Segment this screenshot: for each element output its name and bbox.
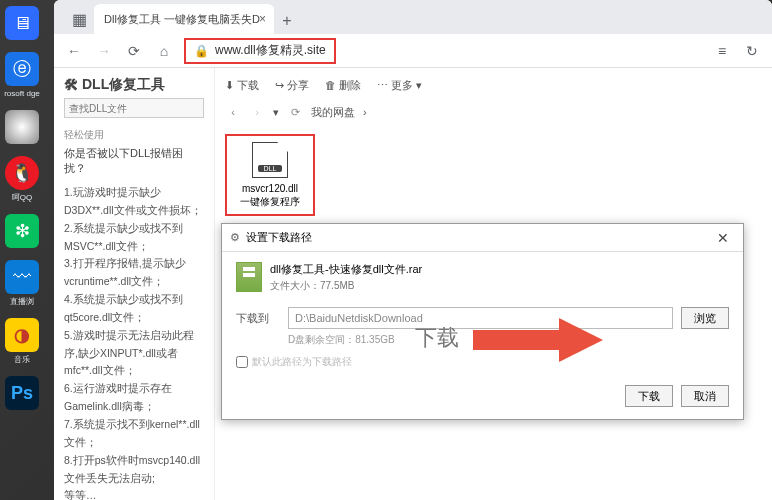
dialog-file-info: dll修复工具-快速修复dll文件.rar 文件大小：77.5MB xyxy=(236,262,729,293)
dialog-body: dll修复工具-快速修复dll文件.rar 文件大小：77.5MB 下载到 浏览… xyxy=(222,252,743,419)
toolbar-delete[interactable]: 🗑删除 xyxy=(325,78,361,93)
gear-icon: ⚙ xyxy=(230,231,240,244)
toolbar-download[interactable]: ⬇下载 xyxy=(225,78,259,93)
back-button[interactable]: ← xyxy=(64,41,84,61)
desktop-icon-browser[interactable]: 〰 xyxy=(5,260,39,294)
list-item: 8.打开ps软件时msvcp140.dll文件丢失无法启动; xyxy=(64,452,204,488)
list-item: 等等… xyxy=(64,487,204,500)
tab-home-icon[interactable]: ▦ xyxy=(64,4,94,34)
download-button[interactable]: 下载 xyxy=(625,385,673,407)
more-icon: ⋯ xyxy=(377,79,388,92)
url-text: www.dll修复精灵.site xyxy=(215,42,326,59)
breadcrumb: ‹ › ▾ ⟳ 我的网盘 › xyxy=(225,102,762,122)
bc-back[interactable]: ‹ xyxy=(225,106,241,118)
browser-addressbar: ← → ⟳ ⌂ 🔒 www.dll修复精灵.site ≡ ↻ xyxy=(54,34,772,68)
desktop-icon-wechat[interactable]: ❇ xyxy=(5,214,39,248)
free-space-hint: D盘剩余空间：81.35GB xyxy=(288,333,729,347)
list-item: 6.运行游戏时提示存在Gamelink.dll病毒； xyxy=(64,380,204,416)
list-item: 7.系统提示找不到kernel**.dll文件； xyxy=(64,416,204,452)
desktop-icon-computer[interactable]: 🖥 xyxy=(5,6,39,40)
list-item: 1.玩游戏时提示缺少D3DX**.dll文件或文件损坏； xyxy=(64,184,204,220)
bc-refresh[interactable]: ⟳ xyxy=(287,106,303,119)
desktop-icon-photoshop[interactable]: Ps xyxy=(5,376,39,410)
desktop-icon-music-label: 音乐 xyxy=(14,356,30,364)
file-card[interactable]: msvcr120.dll 一键修复程序 xyxy=(225,134,315,216)
browser-tab-title: Dll修复工具 一键修复电脑丢失D xyxy=(104,12,260,27)
panel-title-text: DLL修复工具 xyxy=(82,76,165,94)
dialog-titlebar: ⚙ 设置下载路径 ✕ xyxy=(222,224,743,252)
right-panel: ⬇下载 ↪分享 🗑删除 ⋯更多 ▾ ‹ › ▾ ⟳ 我的网盘 › msvcr12… xyxy=(214,68,772,500)
remember-path-checkbox[interactable]: 默认此路径为下载路径 xyxy=(236,355,729,369)
list-item: 3.打开程序报错,提示缺少vcruntime**.dll文件； xyxy=(64,255,204,291)
lock-icon: 🔒 xyxy=(194,44,209,58)
dialog-file-name: dll修复工具-快速修复dll文件.rar xyxy=(270,262,422,277)
browser-tab[interactable]: Dll修复工具 一键修复电脑丢失D × xyxy=(94,4,274,34)
dll-file-icon xyxy=(252,142,288,178)
forward-button[interactable]: → xyxy=(94,41,114,61)
browser-window: ▦ Dll修复工具 一键修复电脑丢失D × + ← → ⟳ ⌂ 🔒 www.dl… xyxy=(54,0,772,500)
desktop-icon-soft-label: rosoft dge xyxy=(4,90,40,98)
close-icon[interactable]: × xyxy=(259,12,266,26)
dll-problem-list: 1.玩游戏时提示缺少D3DX**.dll文件或文件损坏； 2.系统提示缺少或找不… xyxy=(64,184,204,500)
desktop-icon-qq-label: 呵QQ xyxy=(12,194,32,202)
download-path-dialog: ⚙ 设置下载路径 ✕ dll修复工具-快速修复dll文件.rar 文件大小：77… xyxy=(221,223,744,420)
menu-button[interactable]: ↻ xyxy=(742,41,762,61)
file-name-line1: msvcr120.dll xyxy=(231,182,309,195)
desktop-icon-qq[interactable]: 🐧 xyxy=(5,156,39,190)
panel-subheader: 轻松使用 xyxy=(64,128,204,142)
favorite-button[interactable]: ≡ xyxy=(712,41,732,61)
panel-title: 🛠 DLL修复工具 xyxy=(64,76,204,94)
trash-icon: 🗑 xyxy=(325,79,336,91)
bc-forward[interactable]: › xyxy=(249,106,265,118)
remember-label: 默认此路径为下载路径 xyxy=(252,355,352,369)
cancel-button[interactable]: 取消 xyxy=(681,385,729,407)
download-path-row: 下载到 浏览 xyxy=(236,307,729,329)
dialog-footer: 下载 取消 xyxy=(236,385,729,407)
download-path-input[interactable] xyxy=(288,307,673,329)
url-field[interactable]: 🔒 www.dll修复精灵.site xyxy=(184,38,336,64)
page-body: 🛠 DLL修复工具 轻松使用 你是否被以下DLL报错困扰？ 1.玩游戏时提示缺少… xyxy=(54,68,772,500)
toolbar-share[interactable]: ↪分享 xyxy=(275,78,309,93)
breadcrumb-label[interactable]: 我的网盘 xyxy=(311,105,355,120)
list-item: 4.系统提示缺少或找不到qt5core.dll文件； xyxy=(64,291,204,327)
dialog-file-size: 文件大小：77.5MB xyxy=(270,279,422,293)
share-icon: ↪ xyxy=(275,79,284,92)
rar-icon xyxy=(236,262,262,292)
path-label: 下载到 xyxy=(236,311,280,326)
cloud-toolbar: ⬇下载 ↪分享 🗑删除 ⋯更多 ▾ xyxy=(225,74,762,96)
desktop-icon-generic[interactable] xyxy=(5,110,39,144)
left-panel: 🛠 DLL修复工具 轻松使用 你是否被以下DLL报错困扰？ 1.玩游戏时提示缺少… xyxy=(54,68,214,500)
remember-checkbox-input[interactable] xyxy=(236,356,248,368)
toolbar-more[interactable]: ⋯更多 ▾ xyxy=(377,78,422,93)
dialog-close-button[interactable]: ✕ xyxy=(711,230,735,246)
browser-tabbar: ▦ Dll修复工具 一键修复电脑丢失D × + xyxy=(54,0,772,34)
list-item: 2.系统提示缺少或找不到MSVC**.dll文件； xyxy=(64,220,204,256)
download-icon: ⬇ xyxy=(225,79,234,92)
panel-question: 你是否被以下DLL报错困扰？ xyxy=(64,146,204,176)
new-tab-button[interactable]: + xyxy=(274,8,300,34)
desktop-icon-edge[interactable]: ⓔ xyxy=(5,52,39,86)
home-button[interactable]: ⌂ xyxy=(154,41,174,61)
list-item: 5.游戏时提示无法启动此程序,缺少XINPUT*.dll或者mfc**.dll文… xyxy=(64,327,204,381)
refresh-button[interactable]: ⟳ xyxy=(124,41,144,61)
browse-button[interactable]: 浏览 xyxy=(681,307,729,329)
hammer-icon: 🛠 xyxy=(64,77,78,93)
file-name-line2: 一键修复程序 xyxy=(231,195,309,208)
desktop-icon-strip: 🖥 ⓔ rosoft dge 🐧 呵QQ ❇ 〰 直播浏 ◑ 音乐 Ps xyxy=(0,0,44,500)
dialog-title: 设置下载路径 xyxy=(246,230,312,245)
dll-search-input[interactable] xyxy=(64,98,204,118)
desktop-icon-yellow[interactable]: ◑ xyxy=(5,318,39,352)
desktop-icon-browser-label: 直播浏 xyxy=(10,298,34,306)
